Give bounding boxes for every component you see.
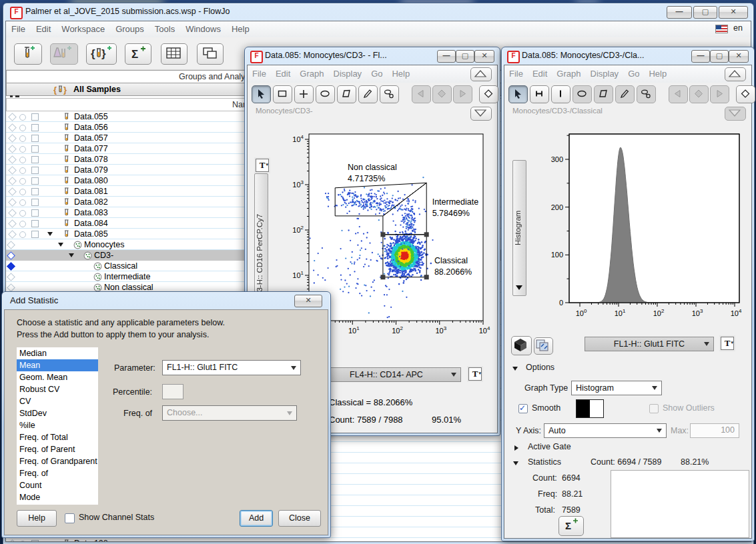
smooth-checkbox[interactable] — [518, 404, 528, 413]
diamond-indicator[interactable] — [7, 273, 15, 281]
circle-indicator[interactable] — [19, 114, 26, 121]
main-titlebar[interactable]: F Palmer et al_JOVE_2015 submission.acs.… — [3, 3, 753, 21]
layout-editor-button[interactable] — [197, 43, 224, 65]
prev-population-button[interactable] — [412, 85, 431, 103]
row-checkbox[interactable] — [31, 156, 39, 163]
help-button[interactable]: Help — [17, 510, 57, 527]
close-button[interactable]: Close — [278, 510, 321, 527]
row-checkbox[interactable] — [31, 145, 39, 153]
stat-list-item-freq-of-total[interactable]: Freq. of Total — [17, 431, 98, 443]
stat-list-item-mean[interactable]: Mean — [17, 359, 98, 371]
add-group-button[interactable]: {} — [86, 43, 117, 65]
table-editor-button[interactable] — [161, 43, 187, 65]
language-indicator[interactable]: en — [733, 23, 743, 33]
diamond-indicator[interactable] — [8, 155, 17, 164]
prev-population-button[interactable] — [669, 85, 688, 103]
stat-list-item-freq-of-parent[interactable]: Freq. of Parent — [17, 443, 98, 455]
dialog-titlebar[interactable]: Add Statistic ✕ — [2, 292, 330, 309]
menu-item-groups[interactable]: Groups — [110, 21, 149, 37]
graph-type-dropdown[interactable]: Histogram — [571, 381, 662, 395]
gate-handle[interactable] — [424, 232, 429, 237]
y-axis-text-options-button[interactable]: T▾ — [256, 159, 269, 172]
active-gate-disclosure[interactable] — [514, 445, 518, 451]
row-checkbox[interactable] — [31, 188, 39, 195]
stat-list-item-mode[interactable]: Mode — [17, 491, 98, 503]
row-checkbox[interactable] — [31, 220, 39, 227]
options-disclosure[interactable] — [512, 367, 518, 371]
expand-up-button[interactable] — [470, 67, 492, 81]
graph-type-side-button[interactable]: Histogram — [512, 160, 526, 296]
row-checkbox[interactable] — [31, 209, 39, 217]
text-options-button[interactable]: T▾ — [721, 337, 734, 350]
stat-list-item-geom-mean[interactable]: Geom. Mean — [17, 371, 98, 383]
row-checkbox[interactable] — [31, 199, 39, 206]
stat-list-item-ile[interactable]: %ile — [17, 419, 98, 431]
menu-item-help[interactable]: Help — [387, 65, 414, 83]
add-statistic-button[interactable]: Σ — [558, 516, 584, 536]
add-sample-button[interactable] — [14, 43, 42, 65]
statistics-list-box[interactable] — [611, 470, 749, 538]
menu-item-edit[interactable]: Edit — [271, 65, 295, 83]
freehand-gate-tool-button[interactable] — [615, 85, 635, 103]
menu-item-file[interactable]: File — [248, 65, 271, 83]
percentile-field[interactable] — [162, 384, 183, 399]
parameter-dropdown[interactable]: FL1-H:: Glut1 FITC — [162, 360, 301, 375]
menu-item-graph[interactable]: Graph — [552, 65, 585, 83]
diamond-indicator[interactable] — [8, 187, 17, 196]
y-axis-dropdown[interactable]: Auto — [544, 423, 667, 438]
dialog-close-button[interactable]: ✕ — [294, 295, 322, 307]
menu-item-edit[interactable]: Edit — [31, 21, 56, 37]
next-population-button[interactable] — [453, 85, 472, 103]
add-button[interactable]: Add — [240, 510, 273, 527]
menu-item-file[interactable]: File — [6, 21, 31, 37]
scatter-titlebar[interactable]: F Data.085: Monocytes/CD3- - Fl... — ▢ ✕ — [245, 47, 500, 65]
color-swatch[interactable] — [576, 399, 604, 418]
pseudocolor-button[interactable] — [511, 336, 532, 355]
bisector-gate-tool-button[interactable] — [551, 85, 571, 103]
menu-item-windows[interactable]: Windows — [180, 21, 226, 37]
add-compensation-button[interactable] — [50, 43, 78, 65]
row-checkbox[interactable] — [31, 540, 39, 541]
overlay-button[interactable] — [534, 337, 553, 355]
diamond-indicator[interactable] — [8, 166, 17, 175]
diamond-indicator[interactable] — [8, 230, 17, 239]
minimize-button[interactable]: — — [667, 6, 692, 19]
menu-item-tools[interactable]: Tools — [149, 21, 180, 37]
menu-item-file[interactable]: File — [504, 65, 528, 83]
circle-indicator[interactable] — [19, 125, 26, 131]
statistics-disclosure[interactable] — [513, 461, 518, 465]
polygon-gate-tool-button[interactable] — [594, 85, 613, 103]
range-gate-tool-button[interactable] — [530, 85, 549, 103]
diamond-indicator[interactable] — [8, 177, 17, 185]
circle-indicator[interactable] — [19, 221, 26, 227]
diamond-indicator[interactable] — [7, 251, 15, 260]
row-checkbox[interactable] — [31, 177, 39, 185]
maximize-button[interactable]: ▢ — [710, 50, 729, 63]
stat-list-item-freq-of[interactable]: Freq. of — [17, 467, 98, 479]
menu-item-help[interactable]: Help — [226, 21, 255, 37]
select-tool-button[interactable] — [508, 85, 528, 103]
ellipse-gate-tool-button[interactable] — [573, 85, 592, 103]
circle-indicator[interactable] — [19, 157, 26, 163]
circle-indicator[interactable] — [19, 167, 26, 174]
diamond-indicator[interactable] — [8, 113, 17, 121]
current-population-button[interactable] — [689, 85, 709, 103]
close-button[interactable]: ✕ — [729, 50, 749, 63]
stat-list-item-freq-of-grandparent[interactable]: Freq. of Grandparent — [17, 455, 98, 467]
collapse-down-button[interactable] — [470, 107, 492, 121]
x-axis-text-options-button[interactable]: T▾ — [468, 367, 482, 381]
diamond-indicator[interactable] — [7, 283, 15, 292]
menu-item-display[interactable]: Display — [329, 65, 367, 83]
autogate-tool-button[interactable] — [637, 85, 656, 103]
collapse-down-button[interactable] — [725, 107, 746, 121]
polygon-gate-tool-button[interactable] — [337, 85, 356, 103]
autogate-tool-button[interactable] — [380, 85, 399, 103]
population-node-button[interactable] — [479, 85, 498, 103]
row-checkbox[interactable] — [31, 124, 39, 131]
select-tool-button[interactable] — [252, 85, 271, 103]
minimize-button[interactable]: — — [437, 50, 456, 63]
diamond-indicator[interactable] — [7, 262, 15, 271]
menu-item-help[interactable]: Help — [644, 65, 671, 83]
histogram-parameter-dropdown[interactable]: FL1-H:: Glut1 FITC — [585, 337, 714, 351]
menu-item-display[interactable]: Display — [586, 65, 624, 83]
